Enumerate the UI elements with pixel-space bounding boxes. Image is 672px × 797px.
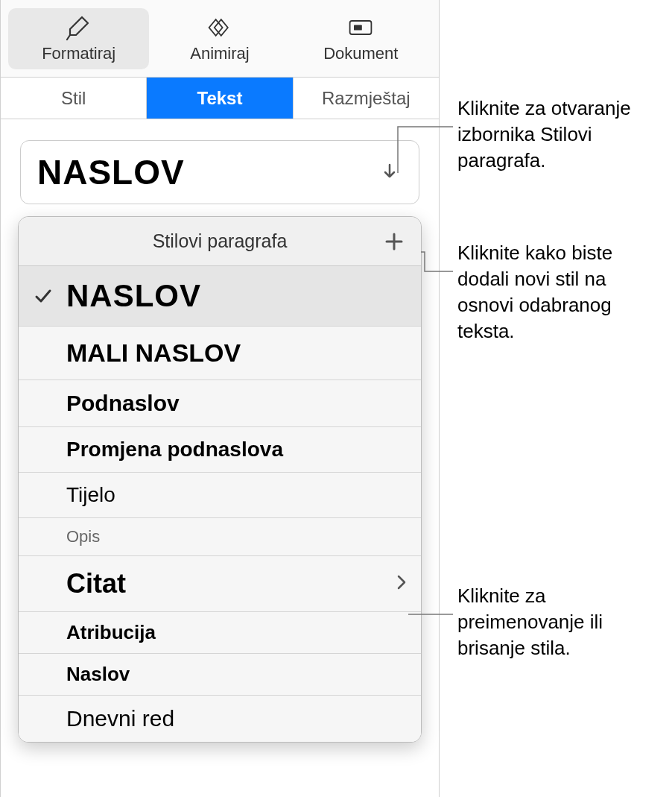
add-style-button[interactable] — [381, 228, 408, 255]
plus-icon — [383, 230, 405, 253]
popover-title: Stilovi paragrafa — [153, 230, 288, 252]
popover-header: Stilovi paragrafa — [19, 217, 421, 266]
